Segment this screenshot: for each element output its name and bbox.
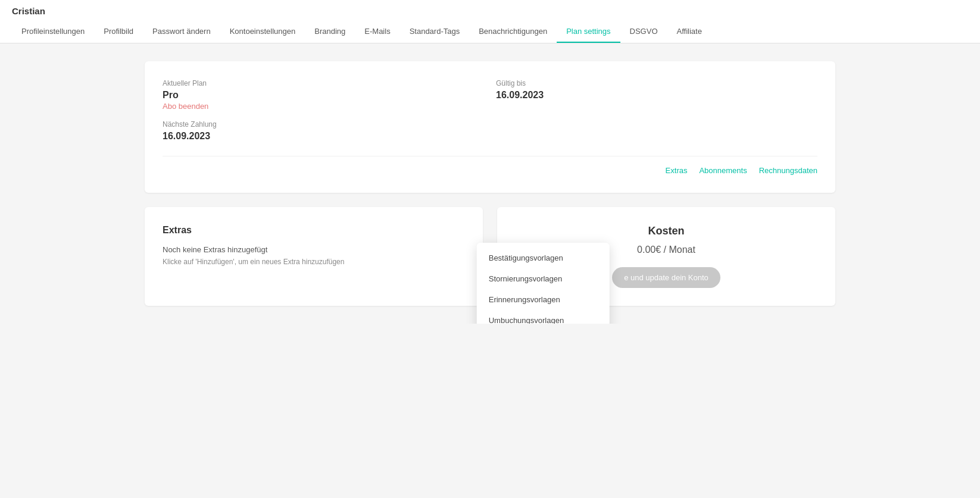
app-title: Cristian [12,6,968,21]
nav-tab-4[interactable]: Branding [305,21,355,43]
extras-link[interactable]: Extras [666,166,688,175]
nav-tab-8[interactable]: Plan settings [557,21,620,43]
nav-tab-0[interactable]: Profileinstellungen [12,21,94,43]
top-bar: Cristian ProfileinstellungenProfilbildPa… [0,0,980,43]
kosten-title: Kosten [648,225,684,237]
nav-tab-6[interactable]: Standard-Tags [400,21,470,43]
nav-tab-link-10[interactable]: Affiliate [667,21,711,43]
abonnements-link[interactable]: Abonnements [699,166,747,175]
update-account-button[interactable]: e und update dein Konto [612,267,720,288]
dropdown-item-3[interactable]: Umbuchungsvorlagen [477,310,610,324]
valid-until-value: 16.09.2023 [496,90,817,101]
nav-tab-9[interactable]: DSGVO [620,21,667,43]
rechnungsdaten-link[interactable]: Rechnungsdaten [759,166,817,175]
dropdown-item-1[interactable]: Stornierungsvorlagen [477,268,610,289]
nav-tab-2[interactable]: Passwort ändern [143,21,220,43]
nav-tab-7[interactable]: Benachrichtigungen [469,21,557,43]
current-plan-section: Aktueller Plan Pro Abo beenden Nächste Z… [163,79,484,142]
main-content: Aktueller Plan Pro Abo beenden Nächste Z… [133,43,847,324]
next-payment-label: Nächste Zahlung [163,120,484,129]
kosten-amount: 0.00€ / Monat [637,245,695,255]
next-payment-value: 16.09.2023 [163,131,484,142]
cancel-link[interactable]: Abo beenden [163,102,484,111]
bottom-grid: Extras Noch keine Extras hinzugefügt Kli… [145,207,835,306]
nav-tab-5[interactable]: E-Mails [355,21,400,43]
nav-tab-link-7[interactable]: Benachrichtigungen [469,21,557,43]
nav-tab-10[interactable]: Affiliate [667,21,711,43]
nav-tab-link-8[interactable]: Plan settings [557,21,620,43]
nav-tab-1[interactable]: Profilbild [94,21,143,43]
nav-tab-link-6[interactable]: Standard-Tags [400,21,470,43]
nav-tab-link-9[interactable]: DSGVO [620,21,667,43]
nav-tab-link-1[interactable]: Profilbild [94,21,143,43]
plan-card: Aktueller Plan Pro Abo beenden Nächste Z… [145,61,835,193]
nav-tab-link-5[interactable]: E-Mails [355,21,400,43]
nav-tab-link-3[interactable]: Kontoeinstellungen [220,21,305,43]
nav-tab-link-4[interactable]: Branding [305,21,355,43]
dropdown-item-0[interactable]: Bestätigungsvorlagen [477,248,610,268]
nav-tab-link-2[interactable]: Passwort ändern [143,21,220,43]
extras-card: Extras Noch keine Extras hinzugefügt Kli… [145,207,483,306]
nav-tabs: ProfileinstellungenProfilbildPasswort än… [12,21,968,43]
extras-hint: Klicke auf 'Hinzufügen', um ein neues Ex… [163,258,465,266]
plan-actions: Extras Abonnements Rechnungsdaten [163,156,817,175]
current-plan-value: Pro [163,90,484,101]
nav-tab-link-0[interactable]: Profileinstellungen [12,21,94,43]
valid-until-label: Gültig bis [496,79,817,87]
extras-title: Extras [163,225,465,236]
valid-until-section: Gültig bis 16.09.2023 [496,79,817,142]
nav-tab-3[interactable]: Kontoeinstellungen [220,21,305,43]
dropdown-menu: BestätigungsvorlagenStornierungsvorlagen… [477,243,610,324]
dropdown-item-2[interactable]: Erinnerungsvorlagen [477,289,610,310]
extras-empty: Noch keine Extras hinzugefügt [163,245,465,254]
current-plan-label: Aktueller Plan [163,79,484,87]
